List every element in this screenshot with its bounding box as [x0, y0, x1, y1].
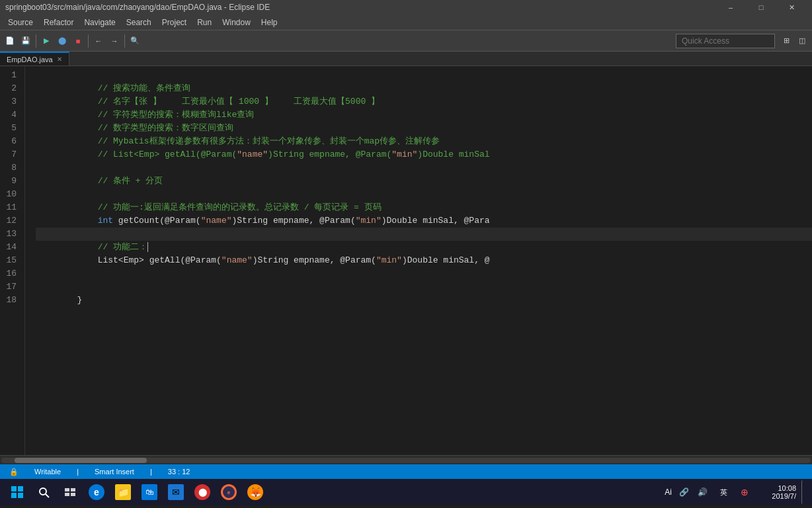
status-position: 33 : 12	[164, 468, 194, 476]
toolbar-right-icons: ⊞ ◫	[779, 34, 809, 48]
line-num-7: 7	[0, 148, 19, 161]
line-num-6: 6	[0, 135, 19, 148]
menu-navigate[interactable]: Navigate	[79, 17, 120, 28]
code-line-8: // 条件 + 分页	[36, 161, 812, 175]
ie-taskbar-button[interactable]: e	[85, 480, 108, 504]
scroll-track[interactable]	[1, 458, 811, 463]
maximize-button[interactable]: □	[746, 0, 776, 15]
svg-rect-3	[18, 493, 23, 498]
svg-rect-1	[18, 486, 23, 491]
network-icon[interactable]: 🔗	[677, 480, 690, 504]
menu-bar: Source Refactor Navigate Search Project …	[0, 15, 812, 30]
code-line-11: int getCount(@Param("name")String empnam…	[36, 201, 812, 214]
tab-bar: EmpDAO.java ✕	[0, 52, 812, 66]
run-button[interactable]: ▶	[39, 34, 54, 48]
tab-close-icon[interactable]: ✕	[57, 56, 62, 63]
search-toolbar-button[interactable]: 🔍	[128, 34, 142, 48]
status-insert-mode: Smart Insert	[91, 468, 138, 476]
line-num-8: 8	[0, 161, 19, 175]
mail-button[interactable]: ✉	[164, 480, 188, 504]
tab-label: EmpDAO.java	[7, 56, 53, 64]
code-line-3: // 字符类型的搜索：模糊查询like查询	[36, 95, 812, 108]
system-clock: 10:08 2019/7/	[756, 484, 796, 500]
title-bar: springboot03/src/main/java/com/zhaoyang/…	[0, 0, 812, 15]
code-line-2: // 名字【张 】 工资最小值【 1000 】 工资最大值【5000 】	[36, 82, 812, 95]
taskbar: e 📁 🛍 ✉ ⬤ e 🦊 Ai 🔗 🔊 英 ⊕ 10:08	[0, 479, 812, 505]
lang-icon[interactable]: 英	[714, 480, 733, 504]
clock-time: 10:08	[756, 484, 796, 492]
volume-icon[interactable]: 🔊	[696, 480, 709, 504]
svg-rect-8	[65, 493, 69, 496]
code-line-6: // List<Emp> getAll(@Param("name")String…	[36, 135, 812, 148]
menu-refactor[interactable]: Refactor	[38, 17, 79, 28]
save-button[interactable]: 💾	[19, 34, 33, 48]
quick-access-input[interactable]	[676, 34, 775, 48]
perspective-button[interactable]: ⊞	[779, 34, 793, 48]
eclipse-button[interactable]: e	[217, 480, 241, 504]
code-line-4: // 数字类型的搜索：数字区间查询	[36, 108, 812, 122]
menu-run[interactable]: Run	[192, 17, 217, 28]
app-button-2[interactable]: 🦊	[243, 480, 267, 504]
code-line-9	[36, 175, 812, 188]
toolbar-sep-2	[88, 34, 89, 48]
store-button[interactable]: 🛍	[138, 480, 161, 504]
menu-window[interactable]: Window	[217, 17, 256, 28]
menu-help[interactable]: Help	[256, 17, 283, 28]
scroll-thumb[interactable]	[15, 458, 147, 463]
line-num-18: 18	[0, 294, 19, 307]
show-desktop-button[interactable]	[801, 480, 807, 504]
clock-date: 2019/7/	[756, 492, 796, 500]
menu-search[interactable]: Search	[121, 17, 157, 28]
editor-body: 1 2 3 4 5 6 7 8 9 10 11 12 13 14 15 16 1…	[0, 66, 812, 455]
window-title: springboot03/src/main/java/com/zhaoyang/…	[5, 3, 270, 12]
code-line-15	[36, 254, 812, 267]
line-num-5: 5	[0, 122, 19, 135]
code-line-7	[36, 148, 812, 161]
window-controls: – □ ✕	[715, 0, 807, 15]
editor-container: 1 2 3 4 5 6 7 8 9 10 11 12 13 14 15 16 1…	[0, 66, 812, 464]
menu-project[interactable]: Project	[157, 17, 192, 28]
back-button[interactable]: ←	[91, 34, 106, 48]
search-taskbar-icon	[38, 486, 50, 498]
line-num-16: 16	[0, 267, 19, 280]
code-line-12	[36, 214, 812, 228]
tab-empdao[interactable]: EmpDAO.java ✕	[0, 52, 69, 65]
toolbar: 📄 💾 ▶ ⬤ ■ ← → 🔍 ⊞ ◫	[0, 30, 812, 52]
svg-rect-9	[71, 493, 75, 496]
task-view-icon	[64, 486, 76, 498]
task-view-button[interactable]	[58, 480, 82, 504]
views-button[interactable]: ◫	[795, 34, 809, 48]
status-encoding-icon: 🔒	[5, 468, 22, 476]
toolbar-sep-1	[36, 34, 36, 48]
new-button[interactable]: 📄	[3, 34, 17, 48]
code-line-16	[36, 267, 812, 280]
svg-line-5	[46, 494, 49, 497]
horizontal-scrollbar[interactable]	[0, 455, 812, 464]
menu-source[interactable]: Source	[3, 17, 38, 28]
minimize-button[interactable]: –	[715, 0, 746, 15]
code-line-5: // Mybatis框架传递参数有很多方法：封装一个对象传参、封装一个map传参…	[36, 122, 812, 135]
line-num-13: 13	[0, 228, 19, 241]
antivirus-icon[interactable]: ⊕	[738, 480, 751, 504]
line-numbers: 1 2 3 4 5 6 7 8 9 10 11 12 13 14 15 16 1…	[0, 66, 25, 455]
windows-icon	[11, 486, 24, 499]
line-num-9: 9	[0, 175, 19, 188]
stop-button[interactable]: ■	[71, 34, 85, 48]
status-writable: Writable	[30, 468, 65, 476]
ai-label: Ai	[665, 487, 672, 497]
debug-button[interactable]: ⬤	[55, 34, 69, 48]
file-explorer-button[interactable]: 📁	[111, 480, 135, 504]
start-button[interactable]	[5, 480, 29, 504]
status-bar: 🔒 Writable | Smart Insert | 33 : 12	[0, 464, 812, 479]
code-content[interactable]: // 搜索功能、条件查询 // 名字【张 】 工资最小值【 1000 】 工资最…	[25, 66, 812, 455]
svg-rect-0	[11, 486, 17, 491]
svg-rect-2	[11, 493, 17, 498]
close-button[interactable]: ✕	[776, 0, 807, 15]
forward-button[interactable]: →	[107, 34, 122, 48]
code-line-1: // 搜索功能、条件查询	[36, 69, 812, 82]
code-line-13: // 功能二：	[36, 228, 812, 241]
app-button-1[interactable]: ⬤	[190, 480, 214, 504]
search-taskbar-button[interactable]	[32, 480, 56, 504]
line-num-15: 15	[0, 254, 19, 267]
line-num-12: 12	[0, 214, 19, 228]
